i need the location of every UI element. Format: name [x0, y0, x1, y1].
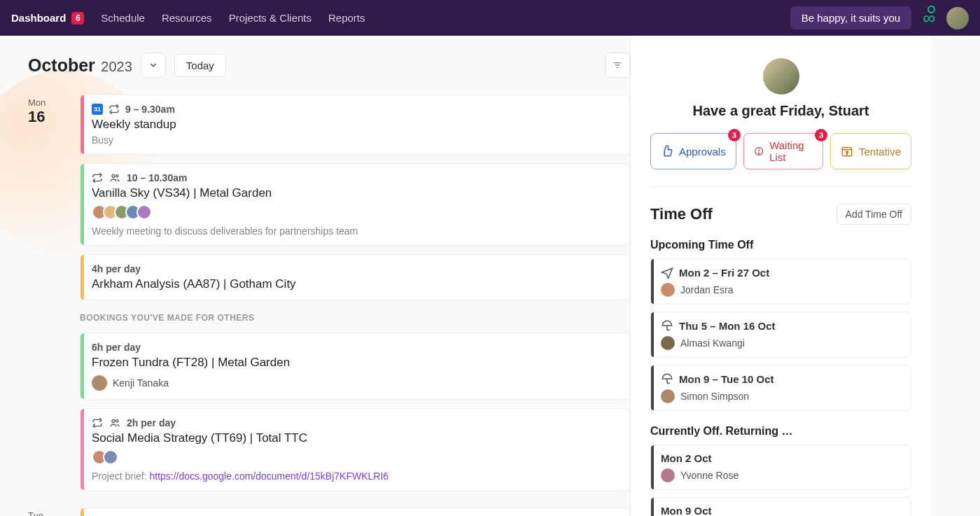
- event-duration: 2h per day: [127, 417, 176, 428]
- svg-point-3: [112, 174, 115, 177]
- attendee-avatars: [92, 204, 618, 220]
- event-note-link[interactable]: https://docs.google.com/document/d/15kBj…: [149, 470, 388, 482]
- returning-card[interactable]: Mon 2 Oct Yvonne Rose: [650, 445, 911, 490]
- event-duration: 4h per day: [92, 263, 141, 274]
- event-card-vanilla-sky[interactable]: 10 – 10.30am Vanilla Sky (VS34) | Metal …: [80, 163, 630, 246]
- chip-waiting-list[interactable]: Waiting List 3: [743, 133, 823, 169]
- timeoff-person: Simon Simpson: [680, 391, 749, 402]
- event-duration: 6h per day: [92, 342, 141, 353]
- day-row: Mon 16 31 9 – 9.30am Weekly standup Busy: [28, 95, 630, 502]
- person-avatar: [661, 389, 675, 403]
- date-column: Mon 16: [28, 95, 63, 502]
- timeoff-person: Jordan Esra: [680, 284, 733, 295]
- people-icon: [108, 172, 121, 183]
- google-calendar-icon: 31: [92, 104, 103, 115]
- chip-badge: 3: [728, 129, 741, 141]
- svg-point-9: [758, 153, 759, 153]
- day-of-week: Mon: [28, 97, 63, 108]
- nav-schedule[interactable]: Schedule: [101, 12, 145, 24]
- recurring-icon: [92, 417, 103, 428]
- returning-card[interactable]: Mon 9 Oct Kenji Tanaka: [650, 497, 911, 516]
- nav-resources[interactable]: Resources: [162, 12, 212, 24]
- plane-icon: [661, 266, 673, 279]
- event-title: Frozen Tundra (FT28) | Metal Garden: [92, 356, 618, 370]
- chip-label: Approvals: [679, 146, 726, 158]
- chip-label: Waiting List: [769, 139, 813, 163]
- return-person: Yvonne Rose: [680, 470, 738, 481]
- event-note-prefix: Project brief:: [92, 470, 149, 482]
- section-label-others: BOOKINGS YOU'VE MADE FOR OTHERS: [80, 313, 630, 323]
- timeoff-card[interactable]: Mon 9 – Tue 10 Oct Simon Simpson: [650, 365, 911, 411]
- event-person: Kenji Tanaka: [113, 377, 169, 389]
- timeoff-person: Almasi Kwangi: [680, 337, 745, 349]
- umbrella-icon: [661, 372, 673, 385]
- event-card-social-media[interactable]: 2h per day Social Media Strategy (TT69) …: [80, 408, 630, 491]
- day-row: Tue 17 4h per day Arkham Analysis (AA87)…: [28, 508, 630, 516]
- main-area: October 2023 Today Mon 16 31: [0, 36, 630, 516]
- event-card-arkham[interactable]: 4h per day Arkham Analysis (AA87) | Goth…: [80, 254, 630, 300]
- event-title: Arkham Analysis (AA87) | Gotham City: [92, 277, 618, 291]
- chip-tentative[interactable]: ? Tentative: [830, 133, 911, 169]
- event-card-frozen-tundra[interactable]: 6h per day Frozen Tundra (FT28) | Metal …: [80, 333, 630, 400]
- event-note: Weekly meeting to discuss deliverables f…: [92, 225, 618, 237]
- date-dropdown-button[interactable]: [141, 53, 166, 78]
- top-nav: Dashboard 6 Schedule Resources Projects …: [0, 0, 980, 36]
- add-time-off-button[interactable]: Add Time Off: [836, 204, 911, 225]
- recurring-icon: [92, 172, 103, 183]
- nav-dashboard[interactable]: Dashboard 6: [11, 12, 84, 25]
- event-title: Weekly standup: [92, 118, 618, 132]
- umbrella-icon: [661, 319, 673, 332]
- event-time: 9 – 9.30am: [125, 104, 175, 115]
- date-header: October 2023 Today: [28, 53, 630, 78]
- happy-button[interactable]: Be happy, it suits you: [790, 6, 911, 29]
- event-title: Vanilla Sky (VS34) | Metal Garden: [92, 186, 618, 200]
- month-label: October: [28, 55, 95, 75]
- filter-button[interactable]: [605, 53, 630, 78]
- filter-icon: [612, 60, 623, 71]
- thumbs-up-icon: [661, 145, 673, 158]
- timeoff-range: Mon 9 – Tue 10 Oct: [679, 373, 774, 385]
- sub-heading-upcoming: Upcoming Time Off: [650, 239, 911, 251]
- logo-icon[interactable]: ∞: [923, 8, 935, 28]
- chip-approvals[interactable]: Approvals 3: [650, 133, 736, 169]
- nav-dashboard-badge: 6: [71, 12, 84, 25]
- return-date: Mon 9 Oct: [661, 505, 712, 516]
- nav-reports[interactable]: Reports: [328, 12, 365, 24]
- user-avatar[interactable]: [946, 7, 969, 29]
- event-card-arkham[interactable]: 4h per day Arkham Analysis (AA87) | Goth…: [80, 508, 630, 516]
- timeoff-card[interactable]: Thu 5 – Mon 16 Oct Almasi Kwangi: [650, 312, 911, 358]
- greeting: Have a great Friday, Stuart: [650, 103, 911, 119]
- day-of-month: 16: [28, 108, 63, 126]
- svg-point-5: [112, 419, 115, 422]
- date-column: Tue 17: [28, 508, 63, 516]
- recurring-icon: [108, 104, 120, 115]
- section-title-timeoff: Time Off: [650, 205, 713, 223]
- chip-badge: 3: [815, 129, 827, 141]
- return-date: Mon 2 Oct: [661, 452, 712, 464]
- chevron-down-icon: [148, 60, 158, 70]
- alert-icon: [754, 145, 764, 158]
- sub-heading-returning: Currently Off. Returning …: [650, 425, 911, 438]
- person-avatar: [661, 336, 675, 350]
- side-panel: Have a great Friday, Stuart Approvals 3 …: [630, 36, 931, 516]
- profile-avatar[interactable]: [763, 58, 799, 95]
- attendee-avatars: [92, 449, 618, 465]
- people-icon: [108, 417, 121, 428]
- timeoff-card[interactable]: Mon 2 – Fri 27 Oct Jordan Esra: [650, 258, 911, 305]
- svg-text:?: ?: [846, 151, 848, 155]
- event-status: Busy: [92, 134, 618, 146]
- calendar-question-icon: ?: [841, 145, 853, 158]
- timeoff-range: Mon 2 – Fri 27 Oct: [679, 267, 769, 279]
- person-avatar: [661, 283, 675, 297]
- chip-label: Tentative: [859, 146, 901, 158]
- event-time: 10 – 10.30am: [127, 172, 187, 183]
- event-note: Project brief: https://docs.google.com/d…: [92, 470, 618, 482]
- svg-point-6: [116, 420, 118, 422]
- today-button[interactable]: Today: [174, 54, 226, 77]
- timeoff-range: Thu 5 – Mon 16 Oct: [679, 320, 776, 332]
- event-card-standup[interactable]: 31 9 – 9.30am Weekly standup Busy: [80, 95, 630, 155]
- day-of-week: Tue: [28, 510, 63, 516]
- svg-point-4: [116, 175, 118, 177]
- nav-projects-clients[interactable]: Projects & Clients: [229, 12, 312, 24]
- event-title: Social Media Strategy (TT69) | Total TTC: [92, 431, 618, 445]
